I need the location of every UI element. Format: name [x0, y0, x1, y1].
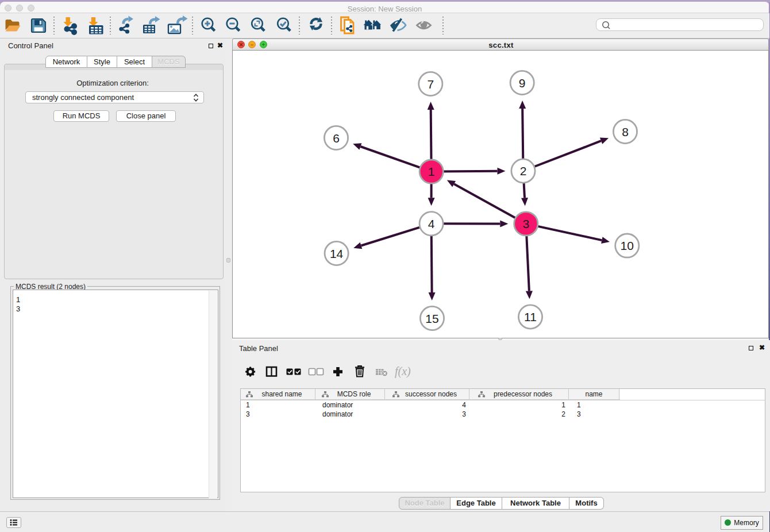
svg-text:3: 3	[522, 217, 529, 230]
svg-text:6: 6	[333, 132, 340, 145]
svg-text:15: 15	[425, 312, 438, 325]
svg-text:f(x): f(x)	[395, 365, 411, 378]
svg-text:1: 1	[428, 165, 435, 178]
svg-text:2: 2	[520, 164, 527, 178]
svg-text:10: 10	[621, 239, 634, 252]
svg-text:14: 14	[330, 247, 344, 260]
svg-text:7: 7	[427, 78, 434, 91]
svg-text:8: 8	[622, 125, 629, 138]
svg-text:9: 9	[519, 76, 526, 90]
svg-text:11: 11	[524, 310, 537, 323]
svg-text:4: 4	[428, 217, 435, 230]
